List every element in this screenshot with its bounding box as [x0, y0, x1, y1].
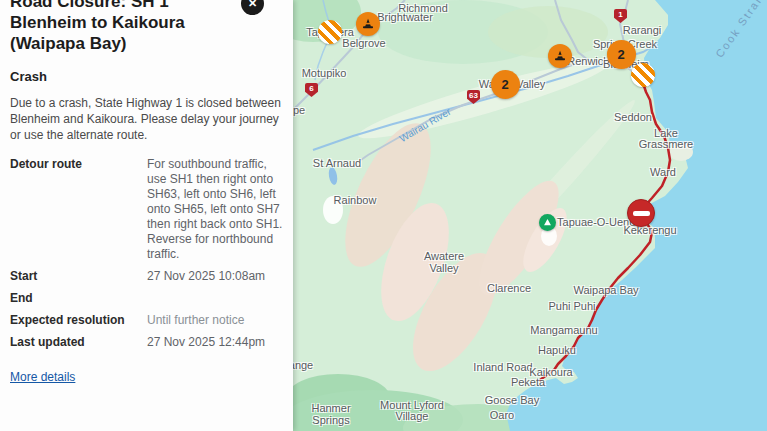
map-label: Valley: [429, 262, 458, 274]
map-label: Mangamaunu: [530, 324, 597, 336]
detail-label: Last updated: [10, 335, 147, 350]
detail-row: Last updated27 Nov 2025 12:44pm: [10, 335, 283, 350]
no-entry-bar: [633, 211, 650, 216]
detail-rows: Detour routeFor southbound traffic, use …: [10, 157, 283, 350]
map-label: Village: [396, 410, 429, 422]
map-label: St Arnaud: [313, 157, 361, 169]
map-label: pe: [293, 104, 305, 116]
map-label: Rarangi: [623, 24, 662, 36]
map-label: Kekerengu: [623, 224, 676, 236]
warning-marker-icon[interactable]: [318, 20, 342, 44]
detail-label: Detour route: [10, 157, 147, 262]
detail-label: Start: [10, 269, 147, 284]
detail-value: [147, 291, 283, 306]
map-label: ange: [293, 359, 313, 371]
detail-row: Detour routeFor southbound traffic, use …: [10, 157, 283, 262]
detail-value: 27 Nov 2025 12:44pm: [147, 335, 283, 350]
map-label: Grassmere: [639, 138, 693, 150]
map-label: Belgrove: [342, 37, 385, 49]
map-label: Waipapa Bay: [573, 284, 638, 296]
map-label: Puhi Puhi: [548, 300, 595, 312]
event-cluster-marker[interactable]: 2: [491, 70, 520, 99]
event-type: Crash: [10, 69, 283, 84]
map-canvas[interactable]: RichmondBrightwaterBelgroveTapaweraMotup…: [293, 0, 767, 431]
map-label: Springs: [312, 414, 349, 426]
map-label: Hapuku: [538, 344, 576, 356]
traffic-app: Road Closure: SH 1 Blenheim to Kaikoura …: [0, 0, 767, 431]
map-label: Clarence: [487, 282, 531, 294]
warning-marker-icon[interactable]: [631, 63, 655, 87]
map-label: Awatere: [424, 250, 464, 262]
roadworks-marker-icon[interactable]: [356, 12, 380, 36]
map-label: Ward: [650, 166, 676, 178]
detail-row: Start27 Nov 2025 10:08am: [10, 269, 283, 284]
more-details-link[interactable]: More details: [10, 370, 75, 384]
roadworks-marker-icon[interactable]: [548, 44, 572, 68]
detail-row: End: [10, 291, 283, 306]
detail-label: End: [10, 291, 147, 306]
map-label: Inland Road: [473, 361, 532, 373]
detail-value: For southbound traffic, use SH1 then rig…: [147, 157, 283, 262]
mountain-peak-marker-icon[interactable]: [539, 214, 556, 231]
detail-label: Expected resolution: [10, 313, 147, 328]
page-title: Road Closure: SH 1 Blenheim to Kaikoura …: [10, 0, 248, 54]
map-label: Hanmer: [311, 402, 350, 414]
map-label: Brightwater: [377, 11, 433, 23]
event-cluster-marker[interactable]: 2: [607, 40, 636, 69]
map-label: Seddon: [614, 111, 652, 123]
map-label: Motupiko: [302, 67, 347, 79]
incident-description: Due to a crash, State Highway 1 is close…: [10, 95, 286, 143]
map-label: Peketa: [511, 376, 545, 388]
detail-value: 27 Nov 2025 10:08am: [147, 269, 283, 284]
detail-value: Until further notice: [147, 313, 283, 328]
map-label: Oaro: [490, 409, 514, 421]
incident-panel: Road Closure: SH 1 Blenheim to Kaikoura …: [0, 0, 293, 431]
road-closed-marker-icon[interactable]: [627, 199, 655, 227]
detail-row: Expected resolutionUntil further notice: [10, 313, 283, 328]
map-label: Goose Bay: [485, 394, 539, 406]
map-label: Rainbow: [334, 194, 377, 206]
